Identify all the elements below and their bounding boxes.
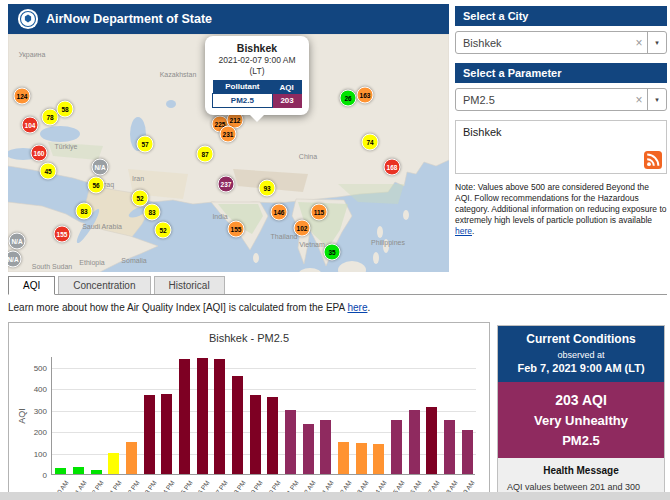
aqi-map-marker[interactable]: 58 xyxy=(57,101,74,118)
y-axis-tick-label: 200 xyxy=(34,428,47,437)
chart-plot-area: 010020030040050010 AM11 AM12 PM1 PM2 PM3… xyxy=(51,357,475,475)
chart-bar xyxy=(462,430,473,474)
aqi-map-marker[interactable]: 45 xyxy=(40,163,57,180)
parameter-select-arrow-button[interactable]: ▾ xyxy=(647,89,666,110)
city-select-arrow-button[interactable]: ▾ xyxy=(647,32,666,53)
aqi-map-marker[interactable]: 115 xyxy=(311,204,328,221)
chevron-down-icon: ▾ xyxy=(655,96,659,104)
page-bottom-strip xyxy=(0,492,670,500)
clear-parameter-icon[interactable]: × xyxy=(631,93,647,107)
aqi-map-marker[interactable]: 160 xyxy=(31,145,48,162)
y-axis-tick-label: 100 xyxy=(34,449,47,458)
popup-aqi-badge: 203 xyxy=(272,94,301,108)
sidebar: Select a City Bishkek × ▾ Select a Param… xyxy=(455,6,667,237)
chart-bar xyxy=(250,395,261,474)
chart-title: Bishkek - PM2.5 xyxy=(9,332,489,344)
parameter-select-value: PM2.5 xyxy=(456,94,631,106)
tab-aqi[interactable]: AQI xyxy=(8,276,55,295)
chart-bar xyxy=(197,358,208,474)
chart-bar xyxy=(444,420,455,474)
tab-concentration[interactable]: Concentration xyxy=(58,276,150,294)
chart-gridline xyxy=(52,368,476,369)
epa-text: Learn more about how the Air Quality Ind… xyxy=(8,302,347,313)
chart-bar xyxy=(426,407,437,474)
city-select-value: Bishkek xyxy=(456,37,631,49)
page-title: AirNow Department of State xyxy=(46,12,212,26)
chevron-down-icon: ▾ xyxy=(655,39,659,47)
aqi-map-marker[interactable]: 104 xyxy=(22,117,39,134)
chart-gridline xyxy=(52,389,476,390)
current-conditions-header: Current Conditions observed at Feb 7, 20… xyxy=(498,326,664,382)
popup-city: Bishkek xyxy=(212,42,302,54)
aqi-map-marker[interactable]: 163 xyxy=(357,87,374,104)
popup-pollutant-value: PM2.5 xyxy=(213,94,273,108)
aqi-map-marker[interactable]: 83 xyxy=(144,204,161,221)
aqi-map-marker[interactable]: 52 xyxy=(132,190,149,207)
chart-bar xyxy=(373,444,384,474)
aqi-map-marker[interactable]: 74 xyxy=(362,134,379,151)
feed-box: Bishkek xyxy=(455,120,667,174)
current-conditions-title: Current Conditions xyxy=(502,332,660,346)
chart-bar xyxy=(391,420,402,474)
aqi-map-marker[interactable]: 83 xyxy=(76,203,93,220)
aqi-map-marker[interactable]: 35 xyxy=(324,244,341,261)
aqi-map-marker[interactable]: 146 xyxy=(271,204,288,221)
tab-historical[interactable]: Historical xyxy=(154,276,225,294)
aqi-map-marker[interactable]: 102 xyxy=(294,220,311,237)
dos-seal-logo xyxy=(17,8,39,30)
chart-bar xyxy=(126,442,137,474)
chart-bar xyxy=(338,442,349,474)
observed-at-label: observed at xyxy=(502,350,660,360)
aqi-map-marker[interactable]: 124 xyxy=(14,88,31,105)
app-header: AirNow Department of State xyxy=(8,4,449,34)
chart-bar xyxy=(161,394,172,474)
select-city-header: Select a City xyxy=(455,6,667,26)
parameter-select[interactable]: PM2.5 × ▾ xyxy=(455,88,667,111)
feed-city-label: Bishkek xyxy=(456,121,666,143)
clear-city-icon[interactable]: × xyxy=(631,36,647,50)
map-popup: Bishkek 2021-02-07 9:00 AM (LT) Pollutan… xyxy=(205,36,309,115)
y-axis-tick-label: 500 xyxy=(34,363,47,372)
aqi-map-marker[interactable]: 57 xyxy=(137,136,154,153)
chart-bar xyxy=(285,410,296,474)
epa-here-link[interactable]: here xyxy=(347,302,367,313)
map[interactable]: УкраинаKazakhstanMongoliaTürkiyeIranIraq… xyxy=(8,34,449,272)
y-axis-tick-label: 400 xyxy=(34,385,47,394)
chart-bar xyxy=(179,359,190,474)
health-message-title: Health Message xyxy=(507,465,655,476)
aqi-value-box: 203 AQI Very Unhealthy PM2.5 xyxy=(498,382,664,458)
note-text: Note: Values above 500 are considered Be… xyxy=(455,182,667,237)
aqi-map-marker[interactable]: N/A xyxy=(92,159,109,176)
chart-bar xyxy=(214,359,225,474)
chart-bar xyxy=(55,468,66,474)
y-axis-tick-label: 0 xyxy=(43,471,47,480)
aqi-map-marker[interactable]: 93 xyxy=(259,180,276,197)
popup-aqi-table: Pollutant AQI PM2.5 203 xyxy=(212,80,302,108)
popup-col-pollutant: Pollutant xyxy=(213,80,273,94)
epa-info-line: Learn more about how the Air Quality Ind… xyxy=(8,302,667,313)
aqi-map-marker[interactable]: 56 xyxy=(88,177,105,194)
chart-bar xyxy=(91,470,102,475)
aqi-pollutant: PM2.5 xyxy=(502,433,660,448)
aqi-map-marker[interactable]: 26 xyxy=(340,90,357,107)
chart-bar xyxy=(303,424,314,474)
y-axis-tick-label: 300 xyxy=(34,406,47,415)
city-select[interactable]: Bishkek × ▾ xyxy=(455,31,667,54)
note-here-link[interactable]: here xyxy=(455,226,472,236)
aqi-map-marker[interactable]: 155 xyxy=(228,221,245,238)
chart-bar xyxy=(267,397,278,474)
aqi-map-marker[interactable]: 237 xyxy=(218,176,235,193)
tab-bar: AQI Concentration Historical xyxy=(8,276,667,295)
aqi-map-marker[interactable]: N/A xyxy=(9,233,26,250)
chart-bar xyxy=(73,467,84,474)
aqi-map-marker[interactable]: 155 xyxy=(54,226,71,243)
rss-icon[interactable] xyxy=(644,151,662,169)
aqi-map-marker[interactable]: 231 xyxy=(220,126,237,143)
popup-datetime: 2021-02-07 9:00 AM xyxy=(212,55,302,65)
chart-panel: Bishkek - PM2.5 AQI 010020030040050010 A… xyxy=(8,322,490,500)
epa-suffix: . xyxy=(367,302,370,313)
aqi-map-marker[interactable]: 168 xyxy=(384,159,401,176)
aqi-map-marker[interactable]: 52 xyxy=(155,222,172,239)
aqi-map-marker[interactable]: 87 xyxy=(197,146,214,163)
chart-bar xyxy=(144,395,155,474)
